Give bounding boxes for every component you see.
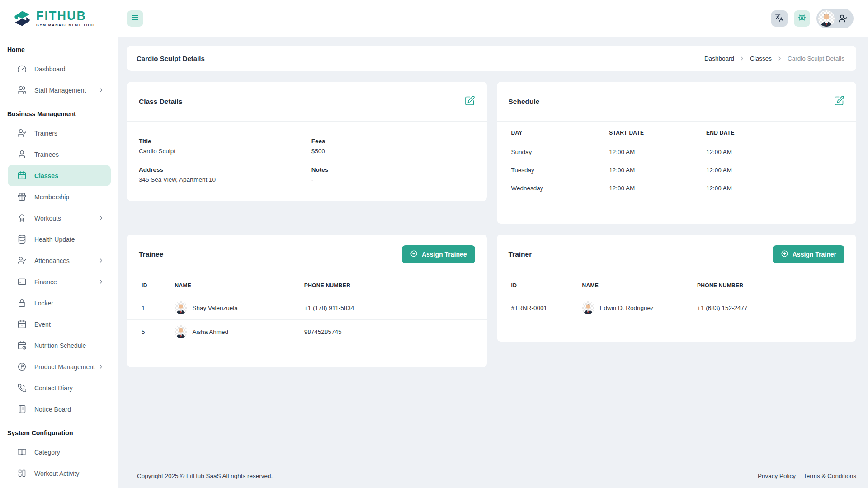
award-icon — [17, 213, 27, 223]
sidebar-nav: HomeDashboardStaff ManagementBusiness Ma… — [0, 37, 118, 488]
user-check-icon — [17, 128, 27, 138]
trainer-header: Trainer Assign Trainer — [497, 235, 857, 274]
content-area: Cardio Sculpt Details DashboardClassesCa… — [118, 37, 868, 488]
trainee-table: IDNAMEPHONE NUMBER1Shay Valenzuela+1 (17… — [127, 274, 487, 343]
assign-trainer-button[interactable]: Assign Trainer — [773, 245, 844, 263]
page-title: Cardio Sculpt Details — [137, 55, 205, 62]
avatar — [175, 301, 187, 314]
breadcrumb-cardio-sculpt-details: Cardio Sculpt Details — [788, 55, 844, 62]
users-icon — [17, 85, 27, 95]
page-header-bar: Cardio Sculpt Details DashboardClassesCa… — [127, 46, 856, 71]
profile-menu-button[interactable] — [816, 9, 854, 28]
calendar-icon — [17, 171, 27, 180]
privacy-policy-link[interactable]: Privacy Policy — [758, 473, 796, 479]
edit-class-details-button[interactable] — [464, 95, 475, 108]
chevron-right-icon — [98, 278, 104, 285]
column-header-name: NAME — [170, 274, 299, 296]
menu-icon — [131, 13, 140, 23]
avatar — [582, 301, 594, 314]
sidebar-item-workout-activity[interactable]: Workout Activity — [8, 463, 111, 484]
schedule-header: Schedule — [497, 82, 857, 122]
chevron-right-icon — [777, 56, 783, 61]
breadcrumb-classes[interactable]: Classes — [750, 55, 772, 62]
chevron-right-icon — [98, 257, 104, 264]
field-fees: Fees$500 — [311, 138, 475, 155]
gift-icon — [17, 192, 27, 202]
sidebar-item-product-management[interactable]: Product Management — [8, 356, 111, 377]
trainee-header: Trainee Assign Trainee — [127, 235, 487, 274]
edit-icon — [464, 95, 475, 108]
table-row: Wednesday12:00 AM12:00 AM — [497, 179, 857, 197]
column-header-phone-number: PHONE NUMBER — [300, 274, 487, 296]
sidebar-item-label: Category — [34, 449, 104, 456]
sidebar-item-notice-board[interactable]: Notice Board — [8, 399, 111, 420]
cards-grid: Class Details TitleCardio SculptFees$500… — [127, 82, 856, 367]
sidebar-item-label: Trainees — [34, 151, 104, 158]
sidebar-item-trainees[interactable]: Trainees — [8, 144, 111, 165]
sidebar-item-contact-diary[interactable]: Contact Diary — [8, 377, 111, 399]
sidebar-section-system-configuration: System Configuration — [0, 420, 118, 441]
class-details-header: Class Details — [127, 82, 487, 122]
sidebar-item-label: Staff Management — [34, 87, 98, 94]
gear-icon — [797, 13, 807, 23]
language-button[interactable] — [771, 10, 788, 27]
sidebar-item-trainers[interactable]: Trainers — [8, 122, 111, 144]
lock-icon — [17, 298, 27, 308]
trainer-card: Trainer Assign Trainer IDNAMEPHONE NUMBE… — [497, 235, 857, 342]
chevron-right-icon — [98, 363, 104, 370]
sidebar-item-finance[interactable]: Finance — [8, 271, 111, 292]
sidebar-item-workouts[interactable]: Workouts — [8, 207, 111, 229]
plus-circle-icon — [781, 250, 788, 259]
sidebar-item-health-update[interactable]: Health Update — [8, 229, 111, 250]
brand-tagline: GYM MANAGEMENT TOOL — [36, 23, 96, 27]
calendar-clock-icon — [17, 341, 27, 350]
panels-icon — [17, 469, 27, 478]
edit-schedule-button[interactable] — [834, 95, 844, 108]
sidebar-item-nutrition-schedule[interactable]: Nutrition Schedule — [8, 335, 111, 356]
calendar-dot-icon — [17, 319, 27, 329]
assign-trainer-label: Assign Trainer — [793, 251, 836, 258]
sidebar-item-staff-management[interactable]: Staff Management — [8, 80, 111, 101]
breadcrumb-dashboard[interactable]: Dashboard — [704, 55, 734, 62]
field-notes: Notes- — [311, 166, 475, 183]
sidebar: FITHUB GYM MANAGEMENT TOOL HomeDashboard… — [0, 0, 118, 488]
sidebar-item-membership[interactable]: Membership — [8, 186, 111, 207]
sidebar-item-classes[interactable]: Classes — [8, 165, 111, 186]
user-avatar — [818, 10, 835, 27]
brand-logo-icon — [12, 9, 32, 28]
trainer-title: Trainer — [509, 250, 532, 258]
phone-icon — [17, 383, 27, 393]
terms-conditions-link[interactable]: Terms & Conditions — [803, 473, 856, 479]
column-header-name: NAME — [577, 274, 693, 296]
class-details-fields: TitleCardio SculptFees$500Address345 Sea… — [127, 122, 487, 201]
footer-links: Privacy Policy Terms & Conditions — [758, 473, 856, 479]
field-address: Address345 Sea View, Apartment 10 — [139, 166, 302, 183]
field-title: TitleCardio Sculpt — [139, 138, 302, 155]
sidebar-item-label: Membership — [34, 193, 104, 201]
assign-trainee-button[interactable]: Assign Trainee — [402, 245, 475, 263]
sidebar-item-label: Notice Board — [34, 406, 104, 413]
credit-card-icon — [17, 277, 27, 286]
column-header-start-date: START DATE — [604, 122, 702, 143]
class-details-card: Class Details TitleCardio SculptFees$500… — [127, 82, 487, 201]
sidebar-item-attendances[interactable]: Attendances — [8, 250, 111, 271]
sidebar-item-label: Event — [34, 321, 104, 328]
user-icon — [17, 150, 27, 159]
sidebar-toggle-button[interactable] — [127, 10, 143, 27]
copyright-text: Copyright 2025 © FitHub SaaS All rights … — [137, 473, 273, 479]
sidebar-item-category[interactable]: Category — [8, 441, 111, 463]
column-header-day: DAY — [497, 122, 605, 143]
class-details-title: Class Details — [139, 98, 183, 106]
database-icon — [17, 235, 27, 244]
sidebar-item-label: Health Update — [34, 236, 104, 243]
brand-logo[interactable]: FITHUB GYM MANAGEMENT TOOL — [0, 0, 118, 37]
settings-button[interactable] — [794, 10, 810, 27]
schedule-card: Schedule DAYSTART DATEEND DATESunday12:0… — [497, 82, 857, 224]
sidebar-item-locker[interactable]: Locker — [8, 292, 111, 314]
sidebar-item-event[interactable]: Event — [8, 314, 111, 335]
sidebar-item-dashboard[interactable]: Dashboard — [8, 58, 111, 80]
schedule-table: DAYSTART DATEEND DATESunday12:00 AM12:00… — [497, 122, 857, 197]
table-row: #TRNR-0001Edwin D. Rodriguez+1 (683) 152… — [497, 296, 857, 320]
chevron-right-icon — [739, 56, 745, 61]
sidebar-section-home: Home — [0, 37, 118, 58]
